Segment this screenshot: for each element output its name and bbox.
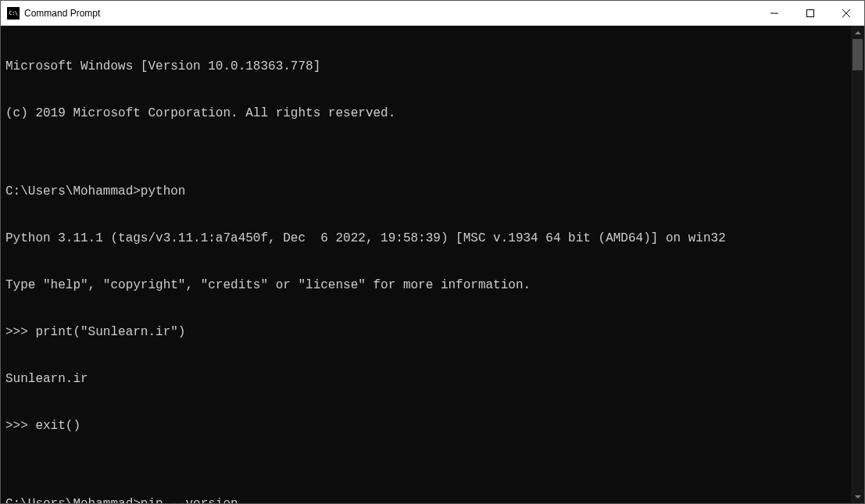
- terminal-line: Microsoft Windows [Version 10.0.18363.77…: [5, 59, 846, 74]
- titlebar[interactable]: C:\ Command Prompt: [1, 1, 864, 26]
- cmd-icon: C:\: [7, 7, 20, 20]
- terminal-line: Type "help", "copyright", "credits" or "…: [5, 277, 846, 293]
- svg-marker-4: [855, 31, 861, 34]
- minimize-button[interactable]: [756, 1, 792, 25]
- maximize-button[interactable]: [792, 1, 828, 25]
- terminal-line: (c) 2019 Microsoft Corporation. All righ…: [5, 105, 846, 121]
- command-prompt-window: C:\ Command Prompt Microsoft: [0, 0, 865, 504]
- minimize-icon: [770, 9, 778, 17]
- window-title: Command Prompt: [24, 8, 756, 19]
- terminal-line: Sunlearn.ir: [5, 371, 846, 387]
- close-icon: [842, 9, 850, 17]
- scroll-up-arrow-icon[interactable]: [851, 26, 864, 39]
- terminal-area[interactable]: Microsoft Windows [Version 10.0.18363.77…: [1, 26, 864, 503]
- svg-rect-1: [807, 9, 814, 16]
- terminal-output[interactable]: Microsoft Windows [Version 10.0.18363.77…: [1, 26, 851, 503]
- terminal-line: Python 3.11.1 (tags/v3.11.1:a7a450f, Dec…: [5, 231, 846, 246]
- close-button[interactable]: [828, 1, 864, 25]
- vertical-scrollbar[interactable]: [851, 26, 864, 503]
- terminal-line: >>> exit(): [5, 418, 846, 434]
- terminal-line: C:\Users\Mohammad>python: [5, 184, 846, 199]
- scroll-thumb[interactable]: [852, 39, 863, 70]
- terminal-line: >>> print("Sunlearn.ir"): [5, 324, 846, 340]
- scroll-track[interactable]: [851, 39, 864, 490]
- maximize-icon: [806, 9, 814, 17]
- terminal-line: C:\Users\Mohammad>pip --version: [5, 496, 846, 503]
- window-controls: [756, 1, 864, 25]
- scroll-down-arrow-icon[interactable]: [851, 490, 864, 503]
- svg-marker-5: [855, 495, 861, 499]
